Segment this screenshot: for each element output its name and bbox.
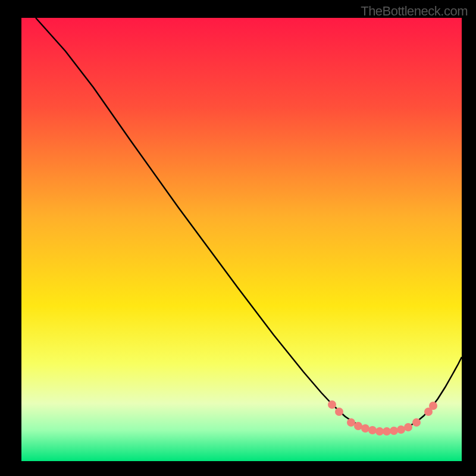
data-marker bbox=[368, 426, 377, 434]
data-marker bbox=[383, 427, 391, 436]
chart-svg bbox=[0, 0, 476, 476]
data-marker bbox=[390, 427, 398, 435]
data-marker bbox=[375, 427, 384, 436]
data-marker bbox=[397, 425, 405, 434]
data-marker bbox=[328, 400, 336, 409]
data-marker bbox=[404, 423, 412, 431]
data-marker bbox=[354, 422, 362, 430]
chart-frame: TheBottleneck.com bbox=[0, 0, 476, 476]
plot-background bbox=[21, 18, 462, 461]
data-marker bbox=[412, 418, 421, 427]
data-marker bbox=[361, 424, 369, 433]
data-marker bbox=[347, 418, 355, 427]
data-marker bbox=[429, 402, 437, 410]
data-marker bbox=[335, 408, 343, 416]
attribution-text: TheBottleneck.com bbox=[361, 4, 468, 19]
